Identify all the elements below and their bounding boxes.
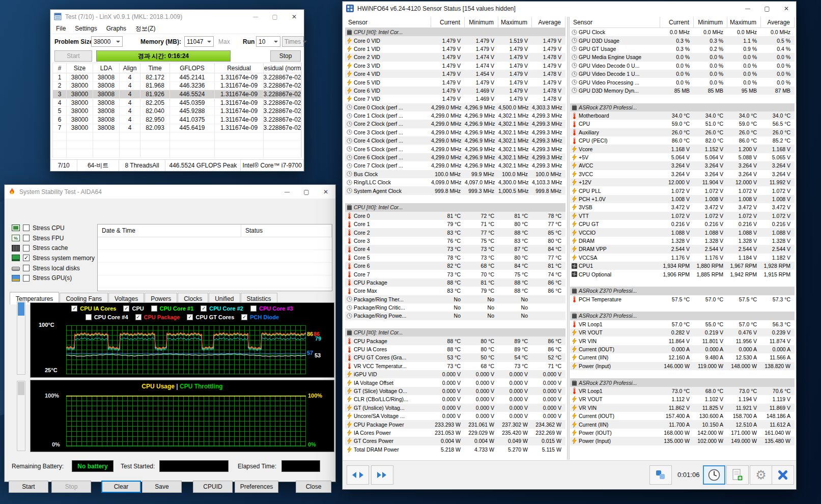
sensor-row[interactable]: VR VIN11.864 V11.801 V11.956 V11.874 V [570, 337, 795, 345]
sensor-row[interactable]: Core Max83 °C79 °C88 °C86 °C [345, 287, 565, 295]
checkbox[interactable]: ✓ [187, 314, 193, 320]
aida-titlebar[interactable]: System Stability Test - AIDA64 [5, 185, 335, 199]
logging-button[interactable] [726, 465, 749, 485]
column-header-datetime[interactable]: Date & Time [98, 225, 241, 237]
preferences-button[interactable]: Preferences [235, 481, 278, 493]
sensor-row[interactable]: +5V5.064 V5.064 V5.088 V5.065 V [570, 153, 795, 161]
checkbox[interactable] [23, 225, 30, 231]
legend-item[interactable]: ✓CPU [123, 305, 144, 312]
sensor-row[interactable]: CPU GT0.216 V0.216 V0.216 V0.216 V [570, 220, 795, 228]
temp-graph-scrollbar[interactable] [17, 301, 25, 375]
sensor-row[interactable]: +12V12.000 V11.904 V12.000 V11.992 V [570, 178, 795, 186]
column-header[interactable]: Current [431, 17, 465, 27]
sensor-row[interactable]: GPU GT Usage0.3 %0.2 %0.9 %0.4 % [570, 45, 795, 53]
table-row[interactable]: 43800038008482.205445.03591.311674e-093.… [53, 99, 301, 107]
sensor-row[interactable]: GPU D3D Memory Dyn...85 MB85 MB95 MB87 M… [570, 87, 795, 95]
start-button[interactable]: Start [54, 50, 92, 62]
sensor-settings-button[interactable] [649, 465, 672, 485]
menu-item[interactable]: 정보(Z) [131, 23, 160, 34]
sensor-group-row[interactable]: ASRock Z370 Professi... [570, 312, 795, 320]
sensor-row[interactable]: Core 4 Clock (perf ...4,299.0 MHz4,296.9… [345, 136, 565, 145]
sensor-row[interactable]: GPU D3D Usage0.3 %0.3 %1.1 %0.5 % [570, 36, 795, 44]
checkbox[interactable] [250, 305, 257, 312]
table-row[interactable]: 13800038008482.172445.21411.311674e-093.… [53, 73, 301, 82]
sensor-row[interactable]: Package/Ring Ther...NoNoNo [345, 295, 565, 303]
sensor-row[interactable]: CPU Package88 °C81 °C88 °C86 °C [345, 278, 565, 287]
maximize-icon[interactable] [297, 185, 316, 199]
nav-back-forward-button[interactable] [347, 465, 369, 485]
sensor-row[interactable]: PCH +1.0V1.008 V1.008 V1.008 V1.008 V [570, 195, 795, 203]
sensor-row[interactable]: Core 081 °C72 °C81 °C78 °C [345, 212, 565, 220]
sensor-row[interactable]: VTT1.072 V1.072 V1.072 V1.072 V [570, 212, 795, 220]
sensor-row[interactable]: Core 473 °C73 °C87 °C84 °C [345, 245, 565, 253]
column-header[interactable]: Current [660, 17, 694, 27]
sensor-row[interactable]: Current (IOUT)0.000 A0.000 A0.000 A0.000… [570, 345, 795, 353]
sensor-row[interactable]: DRAM1.328 V1.328 V1.328 V1.328 V [570, 237, 795, 245]
sensor-row[interactable]: Total DRAM Power5.218 W4.733 W5.270 W5.1… [345, 445, 565, 454]
clock-toggle-button[interactable] [703, 465, 725, 485]
legend-item[interactable]: ✓PCH Diode [241, 314, 279, 320]
sensor-row[interactable]: CLR (CBo/LLC/Ring)...0.000 V0.000 V0.000… [345, 395, 565, 403]
stress-option[interactable]: Stress FPU [12, 233, 97, 243]
sensor-row[interactable]: Core 5 VID1.479 V1.479 V1.479 V1.479 V [345, 78, 565, 86]
sensor-row[interactable]: Core 6 Clock (perf ...4,299.0 MHz4,296.9… [345, 153, 565, 161]
sensor-row[interactable]: GT Cores Power0.004 W0.004 W0.049 W0.015… [345, 437, 565, 445]
clear-button[interactable]: Clear [101, 481, 141, 493]
sensor-row[interactable]: IA Cores Power231.053 W229.029 W235.420 … [345, 429, 565, 437]
column-header[interactable]: Sensor [345, 17, 431, 27]
cpuid-button[interactable]: CPUID [193, 481, 233, 493]
sensor-row[interactable]: Power (IOUT)168.000 W142.000 W171.000 W1… [570, 429, 795, 437]
stress-option[interactable]: Stress local disks [12, 263, 97, 273]
minimize-icon[interactable] [246, 10, 265, 23]
column-header[interactable]: Maximum [498, 17, 532, 27]
sensor-row[interactable]: GPU Media Engine Usage0.0 %0.0 %0.0 %0.0… [570, 53, 795, 61]
settings-button[interactable]: ⚙ [750, 465, 772, 485]
sensor-row[interactable]: Core 283 °C77 °C88 °C85 °C [345, 228, 565, 236]
sensor-row[interactable]: Core 0 VID1.479 V1.479 V1.519 V1.479 V [345, 36, 565, 44]
sensor-row[interactable]: CPU (PECI)86.0 °C82.0 °C86.0 °C85.2 °C [570, 136, 795, 145]
save-button[interactable]: Save [142, 481, 182, 493]
sensor-row[interactable]: VCCSA1.176 V1.176 V1.184 V1.182 V [570, 254, 795, 262]
sensor-row[interactable]: Motherboard34.0 °C34.0 °C34.0 °C34.0 °C [570, 111, 795, 120]
close-icon[interactable] [285, 10, 304, 23]
problem-size-select[interactable]: 38000 [91, 36, 123, 47]
sensor-row[interactable]: Core 376 °C75 °C83 °C80 °C [345, 237, 565, 245]
minimize-icon[interactable] [277, 185, 297, 199]
stress-option[interactable]: Stress GPU(s) [12, 273, 97, 283]
stress-option[interactable]: Stress CPU [12, 223, 97, 233]
checkbox[interactable]: ✓ [71, 305, 77, 312]
checkbox[interactable] [23, 235, 30, 241]
sensor-row[interactable]: Current (IIN)12.160 A9.480 A12.530 A11.5… [570, 353, 795, 361]
stress-option[interactable]: Stress cache [12, 243, 97, 253]
sensor-row[interactable]: GPU Video Decode 1 U...0.0 %0.0 %0.0 %0.… [570, 70, 795, 78]
nav-fast-forward-button[interactable] [371, 465, 393, 485]
menu-item[interactable]: Graphs [102, 24, 131, 33]
sensor-row[interactable]: Vcore1.168 V1.152 V1.200 V1.168 V [570, 145, 795, 153]
sensor-row[interactable]: VR VCC Temperatur...73 °C68 °C73 °C71 °C [345, 362, 565, 370]
menu-item[interactable]: File [51, 24, 70, 33]
usage-graph-scrollbar[interactable] [17, 381, 25, 451]
sensor-row[interactable]: Core 1 VID1.479 V1.479 V1.479 V1.479 V [345, 45, 565, 53]
hwinfo-titlebar[interactable]: HWiNFO64 v6.24-4120 Sensor Status [154 v… [343, 2, 796, 15]
table-row[interactable]: 33800038008481.926446.55241.311674e-093.… [53, 90, 301, 99]
column-header[interactable]: Minimum [694, 17, 727, 27]
exit-button[interactable] [772, 465, 794, 485]
table-row[interactable]: 73800038008482.093445.64191.311674e-093.… [53, 124, 301, 133]
stop-button[interactable]: Stop [51, 481, 91, 493]
scrollbar-thumb[interactable] [18, 302, 24, 316]
sensor-row[interactable]: GPU Video Decode 0 U...0.0 %0.0 %0.0 %0.… [570, 62, 795, 70]
checkbox[interactable]: ✓ [123, 305, 129, 312]
sensor-row[interactable]: CPU IA Cores88 °C80 °C89 °C86 °C [345, 345, 565, 353]
column-header[interactable]: Average [532, 17, 565, 27]
legend-item[interactable]: ✓CPU Core #2 [201, 305, 243, 312]
sensor-row[interactable]: Core 773 °C70 °C75 °C74 °C [345, 270, 565, 278]
checkbox[interactable]: ✓ [201, 305, 207, 312]
sensor-row[interactable]: Power (Input)135.000 W102.000 W149.000 W… [570, 437, 795, 445]
sensor-row[interactable]: CPU Package Power233.293 W231.061 W237.3… [345, 420, 565, 428]
checkbox[interactable] [86, 314, 92, 320]
sensor-row[interactable]: Core 1 Clock (perf ...4,299.0 MHz4,296.9… [345, 111, 565, 120]
table-row[interactable]: 63800038008482.950441.03751.311674e-093.… [53, 116, 301, 124]
checkbox[interactable] [23, 245, 30, 251]
sensor-row[interactable]: CPU Optional1,906 RPM1,885 RPM1,942 RPM1… [570, 270, 795, 278]
sensor-row[interactable]: CPU Package88 °C80 °C89 °C86 °C [345, 337, 565, 345]
